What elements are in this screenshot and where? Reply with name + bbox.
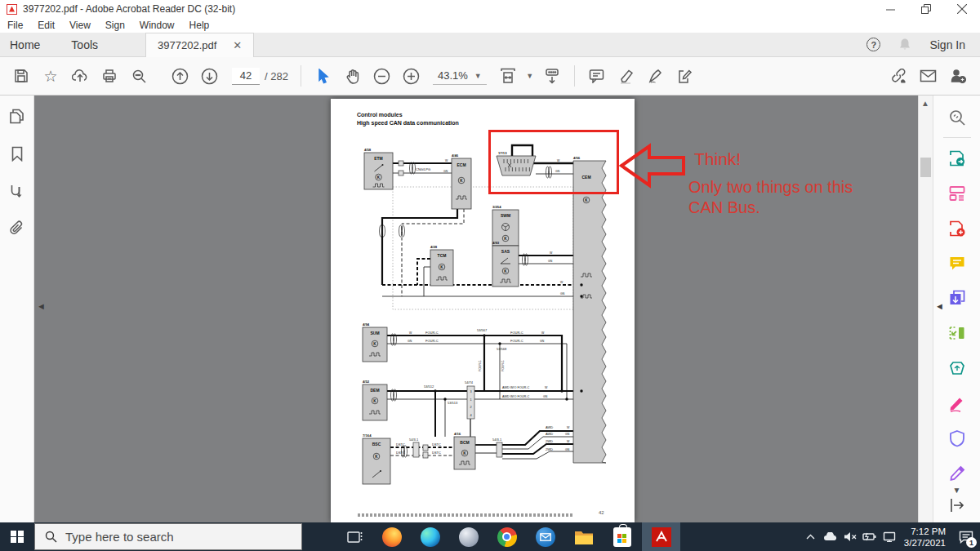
tool-fill-sign[interactable] — [947, 393, 968, 414]
taskbar-mail-icon[interactable] — [526, 522, 564, 551]
tray-battery-icon[interactable] — [860, 522, 880, 551]
scroll-up-icon[interactable]: ▲ — [921, 99, 929, 108]
window-title: 3977202.pdf - Adobe Acrobat Reader DC (3… — [23, 3, 235, 15]
action-center-icon[interactable]: 1 — [952, 522, 980, 551]
zoom-in-icon[interactable] — [397, 63, 426, 89]
svg-text:FOUR-C: FOUR-C — [425, 339, 439, 343]
svg-text:W: W — [541, 331, 545, 335]
document-viewport[interactable]: 4/58ETMK4/46ECMK4/56CEMK3/254SWMK4/93SAS… — [34, 96, 918, 522]
email-icon[interactable] — [913, 63, 942, 89]
svg-text:2WD: 2WD — [546, 439, 553, 443]
svg-text:7/164: 7/164 — [363, 433, 372, 438]
svg-text:FOUR-C: FOUR-C — [501, 360, 505, 371]
collapse-right-panel-icon[interactable]: ◄ — [935, 301, 944, 311]
tool-organize-pages[interactable] — [947, 183, 968, 204]
svg-text:GN: GN — [543, 395, 548, 398]
start-button[interactable] — [0, 522, 34, 551]
bookmarks-icon[interactable] — [11, 146, 24, 162]
cloud-upload-icon[interactable] — [65, 63, 95, 89]
svg-text:SWM: SWM — [501, 213, 510, 218]
fit-options-caret-icon[interactable]: ▼ — [523, 63, 537, 89]
star-icon[interactable]: ☆ — [36, 63, 65, 89]
previous-page-icon[interactable] — [165, 63, 194, 89]
svg-text:3: 3 — [470, 390, 471, 393]
notifications-bell-icon[interactable] — [898, 38, 911, 51]
hand-tool-icon[interactable] — [338, 63, 368, 89]
scrolling-mode-icon[interactable] — [537, 63, 567, 89]
comment-tool-icon[interactable] — [582, 63, 612, 89]
taskbar-chrome-icon[interactable] — [488, 522, 526, 551]
menu-file[interactable]: File — [0, 20, 30, 31]
attachments-icon[interactable] — [10, 220, 24, 236]
tool-convert-pdf[interactable] — [947, 358, 968, 379]
zoom-out-icon[interactable] — [368, 63, 397, 89]
svg-text:AWD W/O FOUR-C: AWD W/O FOUR-C — [502, 395, 529, 398]
taskbar-edge-icon[interactable] — [411, 522, 449, 551]
tray-volume-muted-icon[interactable] — [840, 522, 860, 551]
svg-text:54/3.1: 54/3.1 — [409, 438, 419, 442]
menu-edit[interactable]: Edit — [30, 20, 62, 31]
save-icon[interactable] — [7, 63, 36, 89]
page-number-input[interactable]: 42 — [232, 68, 260, 85]
tool-comment[interactable] — [947, 253, 968, 274]
taskbar-sphere-app-icon[interactable] — [449, 522, 488, 551]
taskbar-search-input[interactable]: Type here to search — [34, 523, 302, 550]
tray-network-icon[interactable] — [880, 522, 899, 551]
zoom-level-select[interactable]: 43.1% ▼ — [433, 67, 487, 85]
taskbar-search-placeholder: Type here to search — [65, 530, 174, 544]
highlight-tool-icon[interactable] — [612, 63, 641, 89]
fit-width-icon[interactable] — [493, 63, 523, 89]
menu-sign[interactable]: Sign — [98, 20, 132, 31]
menu-help[interactable]: Help — [182, 20, 217, 31]
tool-combine-files[interactable] — [947, 288, 968, 309]
share-people-icon[interactable] — [942, 63, 972, 89]
svg-text:53/512: 53/512 — [424, 384, 434, 389]
tray-chevron-up-icon[interactable] — [801, 522, 821, 551]
menu-window[interactable]: Window — [132, 20, 182, 31]
right-tools-rail: ▼ ◄ — [933, 96, 980, 522]
more-tools-chevron-icon[interactable]: ▼ — [953, 486, 961, 495]
search-icon[interactable] — [124, 63, 154, 89]
tool-create-pdf[interactable] — [947, 218, 968, 239]
share-link-icon[interactable] — [884, 63, 913, 89]
svg-text:4/28: 4/28 — [430, 245, 438, 249]
select-tool-icon[interactable] — [309, 63, 338, 89]
menu-view[interactable]: View — [62, 20, 98, 31]
svg-text:W: W — [409, 331, 412, 335]
minimize-button[interactable] — [872, 0, 908, 18]
close-button[interactable] — [944, 0, 980, 18]
fill-sign-tool-icon[interactable] — [641, 63, 670, 89]
tray-onedrive-icon[interactable] — [821, 522, 840, 551]
menu-bar: File Edit View Sign Window Help — [0, 18, 980, 33]
sign-in-button[interactable]: Sign In — [929, 38, 965, 51]
collapse-left-panel-icon[interactable]: ◄ — [37, 301, 46, 311]
taskbar-file-explorer-icon[interactable] — [564, 522, 603, 551]
tool-protect-pdf[interactable] — [947, 428, 968, 449]
svg-text:4/58: 4/58 — [364, 148, 372, 152]
edit-page-tool-icon[interactable] — [670, 63, 700, 89]
page-thumbnails-icon[interactable] — [9, 109, 24, 124]
tool-search-document[interactable] — [947, 107, 968, 128]
destinations-icon[interactable] — [10, 184, 24, 198]
taskbar-acrobat-icon[interactable] — [642, 522, 680, 551]
taskbar-clock[interactable]: 7:12 PM 3/27/2021 — [904, 526, 946, 549]
notification-badge: 1 — [966, 537, 977, 548]
next-page-icon[interactable] — [194, 63, 224, 89]
clock-time: 7:12 PM — [904, 526, 946, 537]
tool-more-tools[interactable] — [947, 463, 968, 484]
print-icon[interactable] — [95, 63, 124, 89]
scrollbar-thumb[interactable] — [920, 158, 931, 177]
taskbar-store-icon[interactable] — [603, 522, 641, 551]
vertical-scrollbar[interactable]: ▲ — [918, 96, 933, 522]
tab-document[interactable]: 3977202.pdf ✕ — [145, 33, 254, 57]
tool-export-pdf[interactable] — [947, 148, 968, 169]
taskbar-firefox-icon[interactable] — [372, 522, 411, 551]
help-icon[interactable]: ? — [866, 38, 880, 51]
task-view-button[interactable] — [338, 522, 372, 551]
open-tools-pane-icon[interactable] — [949, 498, 965, 516]
tab-tools[interactable]: Tools — [61, 38, 108, 51]
restore-button[interactable] — [908, 0, 944, 18]
tool-compress-pdf[interactable] — [947, 322, 968, 344]
tab-close-icon[interactable]: ✕ — [233, 39, 242, 51]
tab-home[interactable]: Home — [0, 38, 50, 51]
